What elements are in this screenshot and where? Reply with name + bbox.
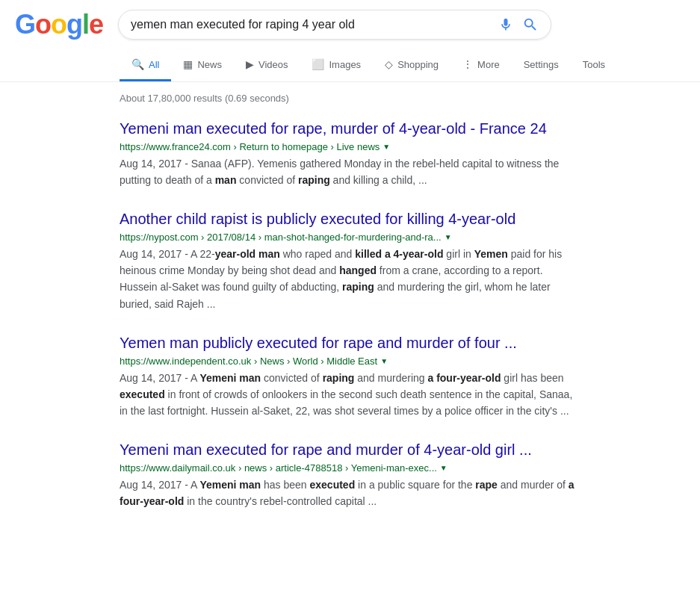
- result-dropdown-0[interactable]: ▼: [382, 143, 390, 151]
- nav-label-shopping: Shopping: [397, 59, 439, 70]
- nav-label-more: More: [477, 59, 500, 70]
- nav-item-videos[interactable]: ▶ Videos: [234, 49, 300, 81]
- result-url-line-2: https://www.independent.co.uk › News › W…: [120, 356, 580, 367]
- more-icon: ⋮: [462, 58, 473, 70]
- result-item: Yemeni man executed for rape, murder of …: [120, 119, 580, 188]
- nav-item-images[interactable]: ⬜ Images: [300, 49, 373, 81]
- nav-label-videos: Videos: [258, 59, 288, 70]
- nav-item-tools[interactable]: Tools: [571, 50, 617, 81]
- result-url-0: https://www.france24.com › Return to hom…: [120, 141, 380, 152]
- news-icon: ▦: [183, 58, 193, 70]
- nav-item-settings[interactable]: Settings: [512, 50, 571, 81]
- result-snippet-0: Aug 14, 2017 - Sanaa (AFP). Yemenis gath…: [120, 155, 580, 188]
- nav-label-settings: Settings: [524, 59, 559, 70]
- result-title-2[interactable]: Yemen man publicly executed for rape and…: [120, 333, 580, 353]
- results-count: About 17,80,000 results (0.69 seconds): [120, 93, 580, 104]
- nav-label-all: All: [149, 59, 159, 70]
- result-snippet-2: Aug 14, 2017 - A Yemeni man convicted of…: [120, 370, 580, 419]
- result-url-line-1: https://nypost.com › 2017/08/14 › man-sh…: [120, 232, 580, 243]
- search-input[interactable]: [131, 18, 492, 31]
- result-snippet-3: Aug 14, 2017 - A Yemeni man has been exe…: [120, 477, 580, 509]
- result-snippet-1: Aug 14, 2017 - A 22-year-old man who rap…: [120, 246, 580, 311]
- search-icon[interactable]: [522, 16, 539, 33]
- nav-label-images: Images: [329, 59, 361, 70]
- result-title-1[interactable]: Another child rapist is publicly execute…: [120, 209, 580, 229]
- images-icon: ⬜: [312, 58, 324, 70]
- mic-icon[interactable]: [498, 17, 513, 32]
- result-url-2: https://www.independent.co.uk › News › W…: [120, 356, 377, 367]
- result-title-3[interactable]: Yemeni man executed for rape and murder …: [120, 440, 580, 459]
- result-item: Yemeni man executed for rape and murder …: [120, 440, 580, 509]
- results-list: Yemeni man executed for rape, murder of …: [120, 119, 580, 509]
- videos-icon: ▶: [246, 58, 254, 70]
- result-dropdown-2[interactable]: ▼: [380, 357, 388, 365]
- result-item: Yemen man publicly executed for rape and…: [120, 333, 580, 419]
- result-item: Another child rapist is publicly execute…: [120, 209, 580, 311]
- result-dropdown-1[interactable]: ▼: [445, 233, 452, 241]
- shopping-icon: ◇: [385, 58, 393, 70]
- nav-item-news[interactable]: ▦ News: [171, 49, 234, 81]
- nav-label-news: News: [197, 59, 222, 70]
- result-dropdown-3[interactable]: ▼: [440, 464, 447, 472]
- nav-item-shopping[interactable]: ◇ Shopping: [373, 49, 450, 81]
- google-logo[interactable]: Google: [15, 9, 103, 40]
- nav-bar: 🔍 All ▦ News ▶ Videos ⬜ Images ◇ Shoppin…: [0, 49, 700, 82]
- nav-item-more[interactable]: ⋮ More: [450, 49, 512, 81]
- search-icons: [498, 16, 539, 33]
- nav-item-all[interactable]: 🔍 All: [120, 49, 171, 81]
- result-url-3: https://www.dailymail.co.uk › news › art…: [120, 462, 437, 474]
- result-url-line-3: https://www.dailymail.co.uk › news › art…: [120, 462, 580, 474]
- result-url-1: https://nypost.com › 2017/08/14 › man-sh…: [120, 232, 442, 243]
- header: Google: [0, 0, 700, 49]
- result-url-line-0: https://www.france24.com › Return to hom…: [120, 141, 580, 152]
- nav-label-tools: Tools: [583, 59, 605, 70]
- all-icon: 🔍: [131, 58, 144, 70]
- search-bar: [118, 10, 551, 40]
- results-container: About 17,80,000 results (0.69 seconds) Y…: [0, 82, 700, 509]
- result-title-0[interactable]: Yemeni man executed for rape, murder of …: [120, 119, 580, 138]
